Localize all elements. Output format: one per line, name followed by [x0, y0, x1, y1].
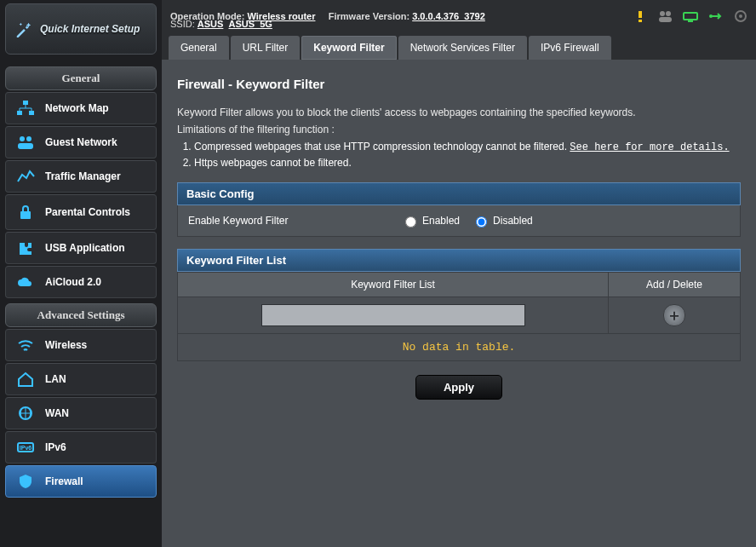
shield-icon: [14, 471, 37, 492]
fw-version-link[interactable]: 3.0.0.4.376_3792: [412, 11, 485, 21]
sidebar-item-guest-network[interactable]: Guest Network: [5, 126, 157, 158]
usb-status-icon[interactable]: [708, 10, 724, 22]
page-title: Firewall - Keyword Filter: [177, 77, 741, 91]
basic-config-header: Basic Config: [177, 182, 741, 205]
topbar: Operation Mode: Wireless router Firmware…: [162, 0, 756, 32]
keyword-filter-list-header: Keyword Filter List: [177, 249, 741, 272]
tab-bar: GeneralURL FilterKeyword FilterNetwork S…: [162, 32, 756, 60]
tab-keyword-filter[interactable]: Keyword Filter: [301, 36, 396, 60]
keyword-input[interactable]: [261, 304, 525, 326]
sidebar-item-lan[interactable]: LAN: [5, 363, 157, 395]
svg-rect-11: [639, 20, 642, 22]
tab-general[interactable]: General: [169, 36, 229, 60]
sidebar-item-aicloud-2-0[interactable]: AiCloud 2.0: [5, 266, 157, 298]
svg-text:IPv6: IPv6: [20, 445, 32, 451]
sidebar: Quick Internet Setup General Network Map…: [0, 0, 162, 547]
sidebar-item-label: Parental Controls: [45, 206, 130, 218]
lock-icon: [14, 202, 37, 222]
quick-internet-setup-button[interactable]: Quick Internet Setup: [5, 3, 157, 55]
apply-button[interactable]: Apply: [415, 375, 502, 400]
sidebar-item-wireless[interactable]: Wireless: [5, 329, 157, 361]
sidebar-item-wan[interactable]: WAN: [5, 397, 157, 429]
limitation-2: Https webpages cannot be filtered.: [194, 157, 741, 169]
no-data-message: No data in table.: [177, 334, 741, 361]
disabled-radio[interactable]: Disabled: [472, 214, 533, 227]
svg-rect-15: [684, 13, 697, 20]
sidebar-item-label: Guest Network: [45, 136, 117, 148]
qis-label: Quick Internet Setup: [40, 23, 140, 35]
cloud-icon: [14, 272, 37, 292]
sidebar-item-label: AiCloud 2.0: [45, 276, 101, 288]
wifi-icon: [14, 335, 37, 355]
network-map-icon: [14, 98, 37, 118]
ipv6-icon: IPv6: [14, 437, 37, 458]
sidebar-item-network-map[interactable]: Network Map: [5, 92, 157, 124]
svg-rect-5: [18, 143, 33, 149]
ssid2-link[interactable]: ASUS_5G: [228, 19, 272, 29]
limitations-intro: Limitations of the filtering function :: [177, 124, 741, 135]
page-description: Keyword Filter allows you to block the c…: [177, 107, 741, 118]
enabled-radio[interactable]: Enabled: [401, 214, 460, 227]
svg-rect-6: [20, 211, 31, 219]
svg-rect-14: [659, 17, 672, 22]
svg-point-3: [20, 136, 25, 141]
ssid1-link[interactable]: ASUS: [198, 19, 224, 29]
svg-point-4: [26, 136, 32, 141]
fw-label: Firmware Version:: [329, 11, 410, 21]
svg-rect-1: [17, 111, 22, 115]
sidebar-item-label: Firewall: [45, 475, 83, 487]
svg-rect-16: [688, 20, 693, 22]
sidebar-item-label: Network Map: [45, 102, 109, 114]
wan-status-icon[interactable]: [683, 10, 698, 22]
sidebar-advanced-header: Advanced Settings: [5, 303, 157, 327]
svg-rect-2: [29, 111, 34, 115]
sidebar-item-usb-application[interactable]: USB Application: [5, 232, 157, 264]
puzzle-icon: [14, 238, 37, 258]
svg-point-19: [739, 14, 742, 18]
clients-icon[interactable]: [657, 9, 673, 23]
enable-keyword-filter-row: Enable Keyword Filter Enabled Disabled: [177, 205, 741, 237]
keyword-filter-table: Keyword Filter List Add / Delete ＋: [177, 272, 741, 334]
enable-keyword-filter-label: Enable Keyword Filter: [188, 215, 401, 227]
ssid-label: SSID:: [170, 19, 195, 29]
sidebar-item-label: Traffic Manager: [45, 170, 121, 182]
sidebar-item-label: WAN: [45, 407, 69, 419]
content: Firewall - Keyword Filter Keyword Filter…: [162, 60, 756, 547]
limitation-1: Compressed webpages that use HTTP compre…: [194, 141, 741, 153]
guests-icon: [14, 132, 37, 153]
svg-point-13: [666, 11, 671, 16]
sidebar-item-label: Wireless: [45, 339, 87, 351]
sidebar-general-header: General: [5, 66, 157, 90]
add-keyword-button[interactable]: ＋: [663, 304, 685, 326]
home-icon: [14, 369, 37, 389]
globe-icon: [14, 403, 37, 423]
settings-icon[interactable]: [734, 9, 747, 23]
tab-network-services-filter[interactable]: Network Services Filter: [398, 36, 527, 60]
col-add-delete: Add / Delete: [609, 273, 741, 297]
see-details-link[interactable]: See here for more details.: [570, 141, 729, 153]
svg-rect-0: [23, 101, 28, 105]
sidebar-item-parental-controls[interactable]: Parental Controls: [5, 194, 157, 230]
tab-ipv6-firewall[interactable]: IPv6 Firewall: [529, 36, 611, 60]
sidebar-item-traffic-manager[interactable]: Traffic Manager: [5, 160, 157, 193]
sidebar-item-label: USB Application: [45, 242, 125, 254]
sidebar-item-ipv6[interactable]: IPv6IPv6: [5, 431, 157, 464]
alert-icon[interactable]: [633, 9, 647, 23]
traffic-icon: [14, 166, 37, 187]
sidebar-item-firewall[interactable]: Firewall: [5, 465, 157, 498]
svg-point-17: [709, 14, 713, 18]
svg-rect-10: [639, 11, 642, 18]
sidebar-item-label: LAN: [45, 373, 66, 385]
svg-point-12: [660, 11, 665, 16]
col-keyword: Keyword Filter List: [178, 273, 609, 297]
main-area: Operation Mode: Wireless router Firmware…: [162, 0, 756, 547]
sidebar-item-label: IPv6: [45, 441, 66, 453]
tab-url-filter[interactable]: URL Filter: [231, 36, 301, 60]
wand-icon: [14, 20, 33, 38]
